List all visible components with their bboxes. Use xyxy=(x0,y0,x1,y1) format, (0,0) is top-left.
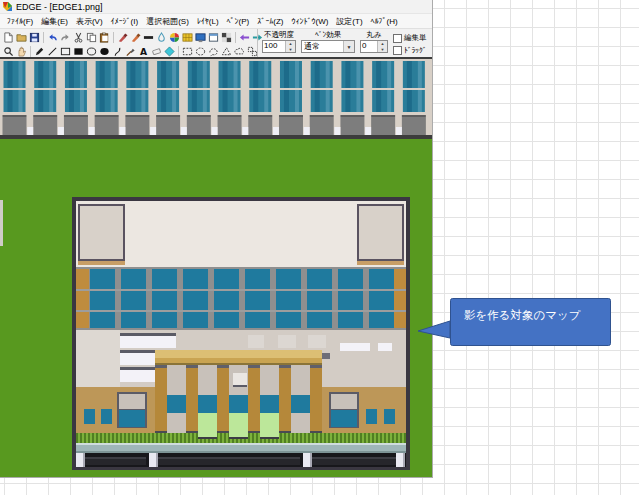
callout-bubble-shape xyxy=(417,298,613,350)
menu-item-selection[interactable]: 選択範囲(S) xyxy=(146,16,189,27)
menu-item-settings[interactable]: 設定(T) xyxy=(336,16,362,27)
opacity-group: 不透明度 100 ▲▼ xyxy=(262,29,296,53)
roundness-group: 丸み 0 ▲▼ xyxy=(360,29,388,53)
swap-left-icon[interactable] xyxy=(238,31,251,44)
title-bar[interactable]: EDGE - [EDGE1.png] xyxy=(0,0,432,14)
map-canvas[interactable] xyxy=(0,57,432,477)
menu-item-view[interactable]: 表示(V) xyxy=(76,16,103,27)
toolbar-row-1 xyxy=(2,30,264,44)
droplet-icon[interactable] xyxy=(155,31,168,44)
edge-app-window: EDGE - [EDGE1.png] ﾌｧｲﾙ(F)編集(E)表示(V)ｲﾒｰｼ… xyxy=(0,0,433,478)
pen-effect-label: ﾍﾟﾝ効果 xyxy=(315,29,341,40)
spreadsheet-background: { "window": { "title": "EDGE - [EDGE1.pn… xyxy=(0,0,639,495)
option-checkboxes: 編集単ﾄﾞﾗｯｸﾞ xyxy=(393,29,432,59)
toolbar-separator xyxy=(178,46,179,57)
menu-item-image[interactable]: ｲﾒｰｼﾞ(I) xyxy=(111,17,139,26)
copy-icon[interactable] xyxy=(85,31,98,44)
menu-item-pen[interactable]: ﾍﾟﾝ(P) xyxy=(227,17,250,26)
checkbox-label-drag: ﾄﾞﾗｯｸﾞ xyxy=(404,46,427,55)
menu-item-layer[interactable]: ﾚｲﾔ(L) xyxy=(197,17,219,26)
checkbox-edit-unit[interactable] xyxy=(393,34,402,43)
toolbar-separator xyxy=(113,32,114,43)
color-wheel-icon[interactable] xyxy=(168,31,181,44)
opacity-spin-buttons[interactable]: ▲▼ xyxy=(285,41,295,52)
open-icon[interactable] xyxy=(15,31,28,44)
callout-text: 影を作る対象のマップ xyxy=(464,308,581,323)
roundness-value[interactable]: 0 xyxy=(361,41,377,52)
palette-icon[interactable] xyxy=(181,31,194,44)
brush-icon[interactable] xyxy=(129,31,142,44)
redo-icon[interactable] xyxy=(59,31,72,44)
chevron-down-icon[interactable]: ▼ xyxy=(343,41,354,52)
layer-panel-icon[interactable] xyxy=(207,31,220,44)
undo-icon[interactable] xyxy=(46,31,59,44)
save-icon[interactable] xyxy=(28,31,41,44)
pixel-art-map[interactable] xyxy=(0,57,432,477)
menu-item-zoom[interactable]: ｽﾞｰﾑ(Z) xyxy=(257,17,283,26)
paste-icon[interactable] xyxy=(98,31,111,44)
checkbox-drag[interactable] xyxy=(393,46,402,55)
menu-item-edit[interactable]: 編集(E) xyxy=(41,16,68,27)
menu-item-help[interactable]: ﾍﾙﾌﾟ(H) xyxy=(371,17,398,26)
checkbox-row-drag: ﾄﾞﾗｯｸﾞ xyxy=(393,46,432,55)
menu-item-window[interactable]: ｳｨﾝﾄﾞｳ(W) xyxy=(291,17,328,26)
spin-down-icon[interactable]: ▼ xyxy=(286,47,295,53)
checkbox-label-edit-unit: 編集単 xyxy=(404,33,427,43)
new-icon[interactable] xyxy=(2,31,15,44)
cut-icon[interactable] xyxy=(72,31,85,44)
opacity-label: 不透明度 xyxy=(264,29,294,40)
monitor-icon[interactable] xyxy=(194,31,207,44)
opacity-value[interactable]: 100 xyxy=(263,41,285,52)
pen-options-panel: 不透明度 100 ▲▼ ﾍﾟﾝ効果 通常 ▼ 丸み 0 ▲▼ xyxy=(257,29,432,59)
pen-tool-icon[interactable] xyxy=(116,31,129,44)
toolbar-separator xyxy=(43,32,44,43)
pen-effect-value: 通常 xyxy=(302,41,343,52)
pen-effect-group: ﾍﾟﾝ効果 通常 ▼ xyxy=(301,29,355,53)
menu-bar: ﾌｧｲﾙ(F)編集(E)表示(V)ｲﾒｰｼﾞ(I)選択範囲(S)ﾚｲﾔ(L)ﾍﾟ… xyxy=(0,14,432,29)
roundness-stepper[interactable]: 0 ▲▼ xyxy=(360,40,388,53)
thick-line-icon[interactable] xyxy=(142,31,155,44)
toolbar-area: A 不透明度 100 ▲▼ ﾍﾟﾝ効果 通常 ▼ 丸み 0 xyxy=(0,29,432,60)
tile-pattern-icon[interactable] xyxy=(220,31,233,44)
roundness-label: 丸み xyxy=(366,29,381,40)
pen-effect-dropdown[interactable]: 通常 ▼ xyxy=(301,40,355,53)
callout-shadow-target[interactable]: 影を作る対象のマップ xyxy=(417,298,613,350)
svg-text:A: A xyxy=(140,46,148,57)
menu-item-file[interactable]: ﾌｧｲﾙ(F) xyxy=(7,17,33,26)
opacity-stepper[interactable]: 100 ▲▼ xyxy=(262,40,296,53)
window-title: EDGE - [EDGE1.png] xyxy=(16,2,103,12)
roundness-spin-buttons[interactable]: ▲▼ xyxy=(377,41,387,52)
toolbar-separator xyxy=(235,32,236,43)
checkbox-row-edit-unit: 編集単 xyxy=(393,33,432,43)
spin-down-icon[interactable]: ▼ xyxy=(378,47,387,53)
app-icon xyxy=(3,2,12,11)
toolbar-separator xyxy=(30,46,31,57)
